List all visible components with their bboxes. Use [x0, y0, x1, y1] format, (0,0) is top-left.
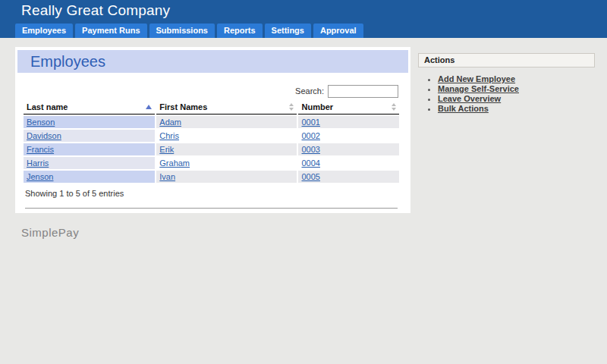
- table-row: Francis Erik 0003: [24, 143, 399, 155]
- page-title-banner: Employees: [17, 50, 408, 73]
- sort-both-icon: [392, 103, 396, 111]
- column-header-label: Number: [301, 102, 333, 111]
- actions-list: Add New Employee Manage Self-Service Lea…: [418, 74, 595, 114]
- sort-both-icon: [289, 103, 294, 111]
- employee-number-link[interactable]: 0002: [301, 131, 319, 140]
- nav-tab-settings[interactable]: Settings: [265, 24, 311, 38]
- column-header-label: Last name: [27, 102, 68, 111]
- employee-number-link[interactable]: 0001: [301, 118, 319, 127]
- table-entries-summary: Showing 1 to 5 of 5 entries: [25, 189, 410, 198]
- simplepay-logo: SimplePay: [21, 226, 79, 239]
- employee-number-link[interactable]: 0003: [301, 145, 319, 154]
- app-header: Really Great Company Employees Payment R…: [0, 0, 607, 38]
- list-item: Bulk Actions: [438, 104, 595, 114]
- nav-tab-submissions[interactable]: Submissions: [149, 24, 215, 38]
- employees-card: Employees Search: Last name First Names: [15, 47, 410, 213]
- nav-tab-payment-runs[interactable]: Payment Runs: [75, 24, 146, 38]
- table-row: Davidson Chris 0002: [24, 130, 399, 142]
- bulk-actions-link[interactable]: Bulk Actions: [438, 104, 489, 113]
- employee-last-name-link[interactable]: Francis: [27, 145, 54, 154]
- column-header-number[interactable]: Number: [298, 101, 399, 115]
- employee-first-names-link[interactable]: Erik: [159, 145, 174, 154]
- list-item: Add New Employee: [438, 74, 595, 84]
- leave-overview-link[interactable]: Leave Overview: [438, 94, 501, 103]
- add-new-employee-link[interactable]: Add New Employee: [438, 74, 515, 83]
- card-divider: [25, 208, 398, 209]
- employee-first-names-link[interactable]: Ivan: [159, 172, 175, 181]
- column-header-first-names[interactable]: First Names: [156, 101, 297, 115]
- manage-self-service-link[interactable]: Manage Self-Service: [438, 84, 519, 93]
- actions-panel-title: Actions: [418, 53, 595, 67]
- employee-last-name-link[interactable]: Benson: [27, 118, 55, 127]
- company-title: Really Great Company: [21, 2, 170, 19]
- employee-first-names-link[interactable]: Chris: [159, 131, 179, 140]
- list-item: Leave Overview: [438, 94, 595, 104]
- column-header-label: First Names: [159, 102, 207, 111]
- search-row: Search:: [15, 84, 398, 98]
- employee-first-names-link[interactable]: Adam: [159, 118, 181, 127]
- column-header-last-name[interactable]: Last name: [24, 101, 155, 115]
- employee-first-names-link[interactable]: Graham: [159, 158, 190, 168]
- table-row: Jenson Ivan 0005: [24, 171, 399, 183]
- table-row: Harris Graham 0004: [24, 157, 399, 169]
- employee-last-name-link[interactable]: Harris: [27, 158, 49, 168]
- search-label: Search:: [295, 86, 324, 96]
- page-title: Employees: [30, 53, 105, 71]
- employee-last-name-link[interactable]: Jenson: [27, 172, 53, 181]
- nav-tab-reports[interactable]: Reports: [217, 24, 263, 38]
- nav-tab-approval[interactable]: Approval: [313, 24, 363, 38]
- sort-ascending-icon: [146, 105, 152, 109]
- search-input[interactable]: [328, 85, 398, 98]
- table-row: Benson Adam 0001: [24, 116, 399, 128]
- employee-last-name-link[interactable]: Davidson: [27, 131, 61, 140]
- employee-number-link[interactable]: 0005: [301, 172, 319, 181]
- employees-table-wrap: Last name First Names Number Benson Adam: [22, 99, 401, 184]
- employees-table: Last name First Names Number Benson Adam: [22, 99, 401, 184]
- employee-number-link[interactable]: 0004: [301, 158, 319, 168]
- actions-panel: Actions Add New Employee Manage Self-Ser…: [418, 53, 595, 114]
- main-nav: Employees Payment Runs Submissions Repor…: [15, 24, 363, 38]
- list-item: Manage Self-Service: [438, 84, 595, 94]
- nav-tab-employees[interactable]: Employees: [15, 24, 73, 38]
- table-header-row: Last name First Names Number: [24, 101, 399, 115]
